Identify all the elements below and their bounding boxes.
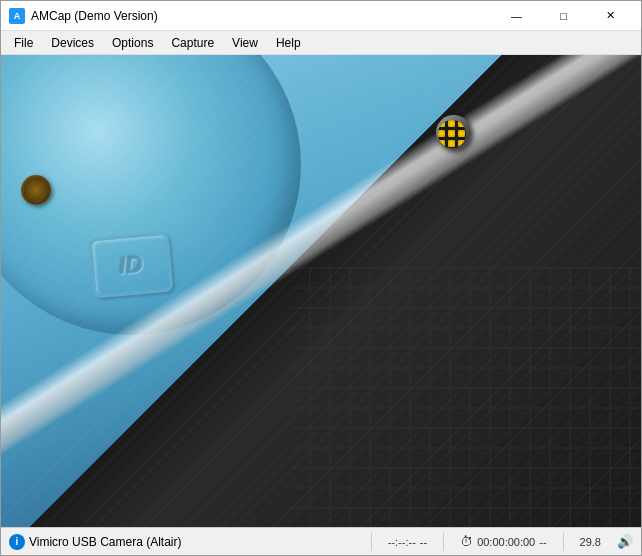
- menu-options[interactable]: Options: [103, 33, 162, 53]
- framerate-value: 29.8: [580, 536, 601, 548]
- contact-pads: [438, 120, 466, 148]
- contact-dot-5: [448, 130, 455, 137]
- left-screw: [21, 175, 51, 205]
- status-bar: i Vimicro USB Camera (Altair) --:--:-- -…: [1, 527, 641, 555]
- title-bar-left: A AMCap (Demo Version): [9, 8, 158, 24]
- close-button[interactable]: ✕: [588, 4, 633, 28]
- menu-view[interactable]: View: [223, 33, 267, 53]
- signal-sep: --: [420, 536, 427, 548]
- signal-value: --:--:--: [388, 536, 416, 548]
- main-window: A AMCap (Demo Version) — □ ✕ File Device…: [0, 0, 642, 556]
- timer-icon: ⏱: [460, 534, 473, 549]
- menu-devices[interactable]: Devices: [42, 33, 103, 53]
- menu-capture[interactable]: Capture: [162, 33, 223, 53]
- status-divider-1: [371, 533, 372, 551]
- video-preview: ID: [1, 55, 641, 527]
- window-title: AMCap (Demo Version): [31, 9, 158, 23]
- embossed-logo: ID: [89, 232, 174, 299]
- camera-name-label: Vimicro USB Camera (Altair): [29, 535, 181, 549]
- signal-status: --:--:-- --: [388, 536, 427, 548]
- menu-file[interactable]: File: [5, 33, 42, 53]
- contact-dot-2: [448, 120, 455, 127]
- volume-status: 🔊: [617, 534, 633, 549]
- contact-dot-8: [448, 140, 455, 147]
- contact-dot-6: [458, 130, 465, 137]
- status-divider-2: [443, 533, 444, 551]
- embossed-label: ID: [118, 250, 144, 280]
- framerate-status: 29.8: [580, 536, 601, 548]
- timestamp-sep: --: [539, 536, 546, 548]
- volume-icon: 🔊: [617, 534, 633, 549]
- camera-feed: ID: [1, 55, 641, 527]
- window-controls: — □ ✕: [494, 4, 633, 28]
- menu-bar: File Devices Options Capture View Help: [1, 31, 641, 55]
- camera-info: i Vimicro USB Camera (Altair): [9, 534, 181, 550]
- grid-texture: [291, 267, 641, 527]
- menu-help[interactable]: Help: [267, 33, 310, 53]
- app-icon: A: [9, 8, 25, 24]
- maximize-button[interactable]: □: [541, 4, 586, 28]
- timestamp-value: 00:00:00:00: [477, 536, 535, 548]
- title-bar: A AMCap (Demo Version) — □ ✕: [1, 1, 641, 31]
- timer-status: ⏱ 00:00:00:00 --: [460, 534, 546, 549]
- status-divider-3: [563, 533, 564, 551]
- info-icon: i: [9, 534, 25, 550]
- contact-dot-4: [438, 130, 445, 137]
- minimize-button[interactable]: —: [494, 4, 539, 28]
